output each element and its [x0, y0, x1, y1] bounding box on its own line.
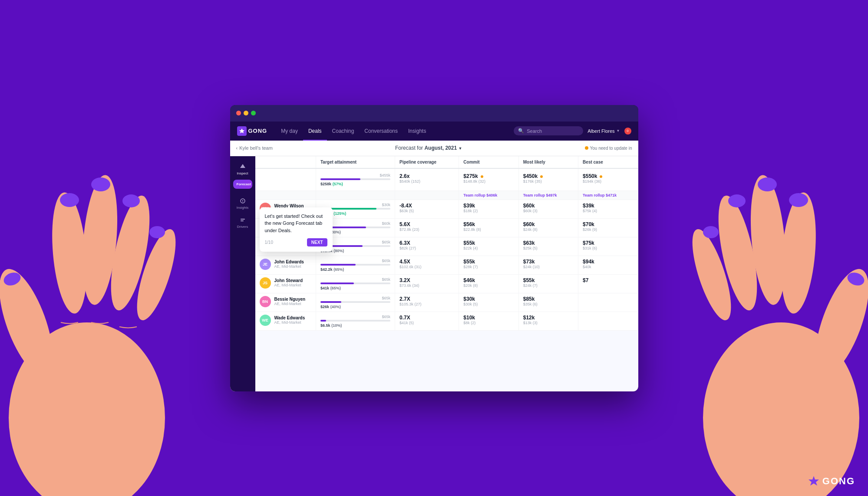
target-cell-5: $65k $26k (40%): [316, 293, 395, 312]
yellow-dot-icon: [585, 146, 588, 150]
chevron-down-icon[interactable]: ▼: [458, 146, 462, 151]
most-likely-cell-5: $85k $35k (6): [518, 293, 578, 312]
nav-item-coaching[interactable]: Coaching: [327, 122, 360, 141]
svg-point-14: [746, 174, 790, 306]
summary-most-likely: $450k: [523, 173, 538, 179]
drivers-icon: [239, 217, 246, 223]
gong-bottom-logo: GONG: [808, 475, 855, 487]
summary-best-case-sub: $194k (36): [583, 179, 633, 184]
svg-point-7: [91, 177, 110, 191]
coverage-cell-5: 2.7X $105.3k (27): [395, 293, 459, 312]
best-case-cell-4: $7: [578, 274, 638, 293]
most-likely-cell-4: $55k $24k (7): [518, 274, 578, 293]
rollup-commit: Team rollup $406k: [459, 191, 518, 200]
hand-right-decoration: [651, 158, 868, 496]
search-placeholder: Search: [527, 128, 542, 134]
logo-area: GONG: [237, 126, 267, 136]
target-cell-3: $65k $42.2k (65%): [316, 256, 395, 274]
sidebar-item-insights[interactable]: Insights: [230, 195, 255, 212]
most-likely-cell-6: $12k $13k (3): [518, 312, 578, 330]
summary-coverage-sub: $540k (152): [399, 179, 454, 184]
rep-cell-6[interactable]: WE Wade Edwards AE, Mid-Market: [255, 312, 316, 330]
svg-point-4: [103, 193, 158, 314]
next-button[interactable]: NEXT: [307, 238, 327, 246]
traffic-light-green[interactable]: [251, 111, 256, 115]
svg-point-26: [242, 201, 243, 202]
table-row: BN Bessie Nguyen AE, Mid-Market $65k $26…: [255, 293, 638, 312]
svg-point-21: [845, 270, 866, 288]
col-best-case: Best case: [578, 156, 638, 168]
summary-best-case: $550k: [583, 173, 597, 179]
rep-cell-4[interactable]: JS John Steward AE, Mid-Market: [255, 274, 316, 293]
svg-point-19: [728, 194, 746, 207]
user-area[interactable]: Albert Flores ▼: [587, 128, 620, 134]
browser-window: GONG My day Deals Coaching Conversations…: [230, 105, 638, 391]
app-navbar: GONG My day Deals Coaching Conversations…: [230, 122, 638, 141]
tooltip-popup: Let's get started! Check out the new Gon…: [260, 207, 333, 252]
summary-target-amount: $455k: [320, 173, 390, 177]
nav-item-myday[interactable]: My day: [276, 122, 303, 141]
rollup-pipeline-empty: [395, 191, 459, 200]
commit-cell-4: $46k $20k (8): [459, 274, 518, 293]
table-row: JE John Edwards AE, Mid-Market $65k $42.…: [255, 256, 638, 274]
sidebar: Inspect Forecast Insights: [230, 156, 255, 391]
svg-point-8: [122, 194, 140, 207]
nav-item-conversations[interactable]: Conversations: [359, 122, 403, 141]
hand-left-decoration: [0, 158, 217, 496]
coverage-cell-6: 0.7X $41k (5): [395, 312, 459, 330]
back-label: Kyle bell's team: [239, 145, 273, 151]
rollup-best-case: Team rollup $471k: [578, 191, 638, 200]
coverage-cell-3: 4.5X $102.6k (31): [395, 256, 459, 274]
svg-point-6: [60, 193, 79, 207]
summary-rep-cell: [255, 168, 316, 191]
traffic-light-red[interactable]: [236, 111, 241, 115]
summary-row: $455k $258k (57%): [255, 168, 638, 191]
search-bar[interactable]: 🔍 Search: [514, 126, 583, 135]
sidebar-item-drivers[interactable]: Drivers: [230, 214, 255, 231]
coverage-cell-4: 3.2X $73.6k (34): [395, 274, 459, 293]
sidebar-forecast-btn[interactable]: Forecast: [233, 180, 252, 189]
svg-point-12: [804, 263, 868, 382]
best-case-cell-5: [578, 293, 638, 312]
summary-coverage: 2.6x: [399, 173, 454, 179]
commit-cell-0: $39k $18k (2): [459, 200, 518, 218]
rollup-most-likely: Team rollup $497k: [518, 191, 578, 200]
nav-bar: My day Deals Coaching Conversations Insi…: [276, 122, 514, 141]
col-rep: [255, 156, 316, 168]
chevron-down-icon: ▼: [617, 129, 620, 133]
table-container[interactable]: Target attainment Pipeline coverage Comm…: [255, 156, 638, 391]
most-likely-cell-2: $63k $25k (5): [518, 237, 578, 256]
svg-point-11: [703, 322, 859, 496]
svg-point-0: [9, 322, 165, 496]
rep-cell-5[interactable]: BN Bessie Nguyen AE, Mid-Market: [255, 293, 316, 312]
summary-best-case-cell: $550k $194k (36): [578, 168, 638, 191]
coverage-cell-1: 5.6X $72.8k (23): [395, 218, 459, 237]
commit-cell-1: $56k $22.8k (8): [459, 218, 518, 237]
traffic-light-yellow[interactable]: [244, 111, 248, 115]
summary-target-cell: $455k $258k (57%): [316, 168, 395, 191]
svg-point-1: [0, 263, 64, 382]
commit-cell-2: $55k $22k (4): [459, 237, 518, 256]
nav-item-deals[interactable]: Deals: [303, 122, 327, 141]
target-cell-6: $65k $6.5k (10%): [316, 312, 395, 330]
most-likely-cell-0: $60k $60k (3): [518, 200, 578, 218]
svg-rect-28: [241, 220, 244, 221]
best-case-cell-0: $39k $75k (4): [578, 200, 638, 218]
svg-marker-29: [809, 476, 819, 486]
sidebar-item-inspect[interactable]: Inspect: [230, 161, 255, 178]
forecast-title: Forecast for August, 2021 ▼: [273, 145, 585, 151]
summary-coverage-cell: 2.6x $540k (152): [395, 168, 459, 191]
nav-item-insights[interactable]: Insights: [403, 122, 431, 141]
notification-badge[interactable]: 0: [624, 128, 631, 135]
rep-cell-3[interactable]: JE John Edwards AE, Mid-Market: [255, 256, 316, 274]
svg-point-13: [777, 191, 820, 315]
svg-point-15: [711, 193, 765, 314]
back-link[interactable]: ‹ Kyle bell's team: [236, 145, 273, 151]
tooltip-footer: 1/10 NEXT: [265, 238, 327, 246]
most-likely-cell-3: $73k $24k (10): [518, 256, 578, 274]
data-area: Target attainment Pipeline coverage Comm…: [255, 156, 638, 391]
summary-commit: $275k: [463, 173, 478, 179]
summary-commit-cell: $275k $148.8k (32): [459, 168, 518, 191]
summary-actual: $258k: [320, 182, 331, 186]
commit-cell-5: $30k $30k (5): [459, 293, 518, 312]
